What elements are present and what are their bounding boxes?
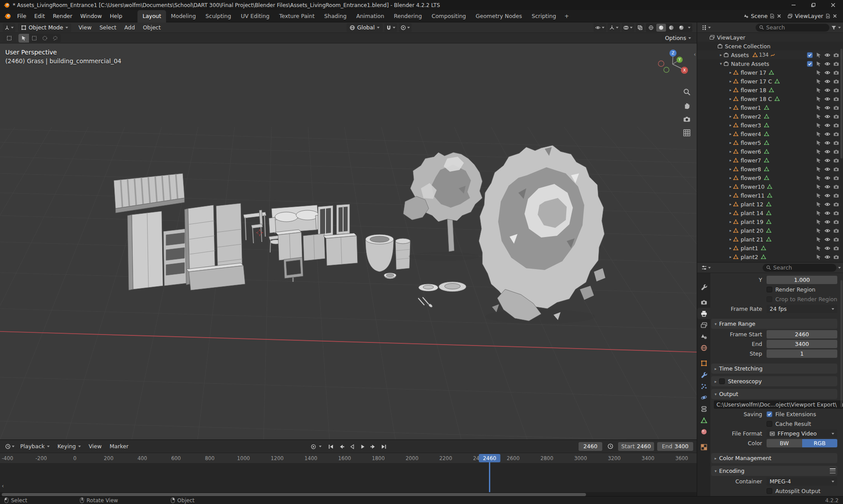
outliner-object-row[interactable]: ▸ plant 14 (697, 209, 843, 217)
selectable-icon[interactable] (816, 166, 821, 172)
outliner-search-input[interactable]: Search (756, 24, 829, 32)
selectable-icon[interactable] (816, 131, 821, 137)
expand-arrow-icon[interactable]: ▸ (728, 79, 733, 83)
color-bw-button[interactable]: BW (767, 439, 802, 447)
hide-viewport-icon[interactable] (825, 158, 830, 163)
next-keyframe-button[interactable] (368, 442, 378, 451)
disable-render-icon[interactable] (833, 87, 839, 93)
pan-hand-icon[interactable] (683, 102, 691, 109)
menu-item[interactable]: Select (95, 22, 120, 34)
snap-toggle[interactable] (384, 23, 397, 32)
gizmos-dropdown[interactable] (608, 23, 620, 32)
outliner-object-row[interactable]: ▸ flower 17 (697, 68, 843, 77)
cabinet-1[interactable] (275, 230, 302, 260)
hide-viewport-icon[interactable] (825, 114, 830, 119)
scene-selector[interactable]: Scene (742, 13, 784, 19)
tree-small[interactable] (403, 152, 482, 261)
tab-scene[interactable] (697, 331, 710, 342)
disable-render-icon[interactable] (833, 237, 839, 242)
outliner-scrollbar[interactable] (840, 49, 843, 158)
shading-solid-button[interactable] (656, 24, 666, 32)
hide-viewport-icon[interactable] (825, 166, 830, 172)
workspace-tab[interactable]: Scripting (527, 10, 561, 22)
hide-viewport-icon[interactable] (825, 122, 830, 128)
expand-arrow-icon[interactable]: ▸ (728, 202, 733, 206)
camera-view-icon[interactable] (683, 115, 691, 123)
outliner-object-row[interactable]: ▸ flower 17 C (697, 77, 843, 86)
disable-render-icon[interactable] (833, 202, 839, 207)
timeline-editor-type-button[interactable] (4, 442, 16, 451)
cubby-shelf[interactable] (163, 229, 187, 286)
object-name[interactable]: plant 21 (741, 236, 763, 243)
selectable-icon[interactable] (816, 245, 821, 251)
tab-constraints[interactable] (697, 403, 710, 414)
disable-render-icon[interactable] (833, 96, 839, 102)
menu-item[interactable]: Edit (30, 10, 49, 22)
expand-arrow-icon[interactable]: ▸ (728, 105, 733, 110)
stereoscopy-panel-header[interactable]: ▸ Stereoscopy (711, 376, 837, 386)
tab-modifiers[interactable] (697, 369, 710, 380)
selectable-icon[interactable] (816, 140, 821, 146)
hide-viewport-icon[interactable] (825, 228, 830, 234)
object-name[interactable]: flower 18 (741, 87, 766, 94)
outliner-object-row[interactable]: ▸ plant 19 (697, 217, 843, 226)
filter-dropdown-caret[interactable] (838, 27, 841, 29)
expand-arrow-icon[interactable]: ▸ (728, 220, 733, 224)
timeline-scrollbar-thumb[interactable] (2, 493, 586, 496)
selectable-icon[interactable] (816, 149, 821, 155)
hide-viewport-icon[interactable] (825, 175, 830, 181)
outliner-object-row[interactable]: ▸ flower11 (697, 191, 843, 200)
stereoscopy-checkbox[interactable] (719, 378, 725, 384)
remove-view-layer-icon[interactable] (832, 14, 837, 18)
outliner-object-row[interactable]: ▸ plant2 (697, 252, 843, 261)
outliner-object-row[interactable]: ▸ plant 21 (697, 235, 843, 244)
object-name[interactable]: flower 18 C (741, 96, 772, 102)
tab-texture[interactable] (697, 441, 710, 453)
scene-name[interactable]: Scene (751, 13, 767, 19)
outliner-object-row[interactable]: ▸ plant1 (697, 244, 843, 252)
selectable-icon[interactable] (816, 79, 821, 84)
object-name[interactable]: flower5 (741, 140, 761, 146)
timeline-menu-item[interactable]: View (85, 440, 106, 453)
disable-render-icon[interactable] (833, 149, 839, 155)
object-name[interactable]: flower7 (741, 157, 761, 164)
current-frame-field[interactable]: 2460 (579, 442, 602, 451)
outliner-object-row[interactable]: ▸ flower4 (697, 130, 843, 138)
selectable-icon[interactable] (816, 184, 821, 190)
jump-to-start-button[interactable] (326, 442, 336, 451)
object-name[interactable]: flower3 (741, 122, 761, 129)
timeline-menu-item[interactable]: Playback (16, 440, 54, 453)
collection-name[interactable]: Nature Assets (731, 61, 769, 67)
selectable-icon[interactable] (816, 210, 821, 216)
expand-arrow-icon[interactable]: ▸ (728, 88, 733, 92)
xray-toggle[interactable] (636, 23, 644, 32)
round-pot[interactable] (365, 234, 394, 272)
selectable-icon[interactable] (816, 237, 821, 242)
shading-rendered-button[interactable] (677, 24, 686, 32)
hide-viewport-icon[interactable] (825, 193, 830, 198)
object-name[interactable]: flower10 (741, 184, 764, 190)
object-name[interactable]: flower8 (741, 166, 761, 173)
workspace-tab[interactable]: Geometry Nodes (471, 10, 527, 22)
cabinet-3[interactable] (323, 233, 358, 266)
object-name[interactable]: flower 17 (741, 69, 766, 76)
tab-particles[interactable] (697, 380, 710, 392)
autosplit-output-checkbox[interactable]: Autosplit Output (767, 488, 837, 494)
disable-render-icon[interactable] (833, 219, 839, 225)
outliner-collection-row-nature[interactable]: ▾ Nature Assets (697, 59, 843, 68)
tab-world[interactable] (697, 342, 710, 353)
collection-name[interactable]: Assets (731, 52, 749, 58)
bowl[interactable] (384, 273, 396, 279)
expand-arrow-icon[interactable]: ▸ (728, 176, 733, 180)
object-name[interactable]: flower 17 C (741, 78, 772, 85)
unlink-scene-icon[interactable] (777, 14, 781, 18)
disable-render-icon[interactable] (833, 131, 839, 137)
mode-dropdown[interactable]: Object Mode (18, 23, 71, 32)
expand-arrow-icon[interactable]: ▸ (728, 211, 733, 215)
expand-arrow-icon[interactable]: ▸ (728, 167, 733, 171)
expand-arrow-icon[interactable]: ▸ (728, 97, 733, 101)
expand-arrow-icon[interactable]: ▸ (718, 53, 724, 57)
add-workspace-button[interactable]: + (561, 13, 572, 19)
disable-render-icon[interactable] (833, 228, 839, 234)
hide-viewport-icon[interactable] (825, 131, 830, 137)
